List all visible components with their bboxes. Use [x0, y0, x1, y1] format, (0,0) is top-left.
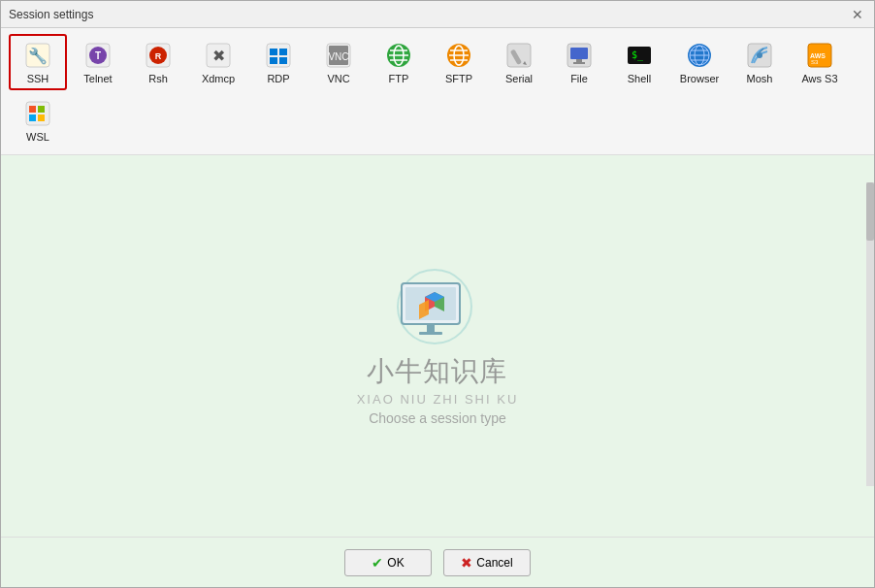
session-btn-browser[interactable]: Browser: [670, 34, 729, 90]
file-label: File: [570, 73, 588, 84]
content-area: 小牛知识库 XIAO NIU ZHI SHI KU Choose a sessi…: [1, 155, 874, 537]
serial-icon: [503, 40, 535, 71]
scrollbar-thumb[interactable]: [866, 182, 874, 241]
svg-rect-59: [419, 332, 442, 335]
sftp-label: SFTP: [445, 73, 472, 84]
svg-rect-50: [26, 102, 49, 125]
telnet-icon: T: [82, 40, 113, 71]
ok-button[interactable]: ✔ OK: [344, 549, 432, 576]
watermark-text-row: 小牛知识库: [367, 353, 507, 390]
awss3-label: Aws S3: [801, 73, 837, 84]
svg-rect-58: [427, 324, 435, 332]
watermark-main-text: 小牛知识库: [367, 353, 507, 390]
svg-rect-11: [270, 49, 277, 55]
awss3-icon: AWS S3: [804, 40, 835, 71]
svg-rect-53: [29, 114, 36, 121]
xdmcp-icon: ✖: [203, 40, 234, 71]
sftp-icon: [443, 40, 474, 71]
session-btn-ftp[interactable]: FTP: [370, 34, 428, 90]
svg-text:T: T: [95, 50, 101, 61]
rdp-icon: [263, 40, 294, 71]
svg-rect-12: [279, 49, 287, 55]
session-btn-rsh[interactable]: R Rsh: [129, 34, 187, 90]
ssh-icon: 🔧: [22, 40, 53, 71]
ssh-label: SSH: [27, 73, 49, 84]
svg-rect-51: [29, 106, 36, 113]
rsh-label: Rsh: [148, 73, 168, 84]
browser-icon: [684, 40, 715, 71]
svg-rect-14: [279, 57, 287, 64]
session-btn-rdp[interactable]: RDP: [249, 34, 308, 90]
mosh-icon: [744, 40, 775, 71]
rdp-label: RDP: [267, 73, 289, 84]
svg-point-45: [757, 52, 762, 58]
svg-text:VNC: VNC: [328, 51, 348, 62]
scrollbar[interactable]: [866, 182, 874, 486]
serial-label: Serial: [505, 73, 533, 84]
session-btn-wsl[interactable]: WSL: [9, 92, 67, 148]
xdmcp-label: Xdmcp: [202, 73, 235, 84]
cancel-label: Cancel: [476, 556, 512, 570]
file-icon: [564, 40, 595, 71]
svg-text:✖: ✖: [212, 48, 225, 64]
footer: ✔ OK ✖ Cancel: [1, 537, 874, 587]
session-btn-file[interactable]: File: [550, 34, 608, 90]
svg-rect-35: [573, 62, 585, 64]
session-btn-serial[interactable]: Serial: [490, 34, 548, 90]
browser-label: Browser: [680, 73, 719, 84]
svg-text:R: R: [155, 51, 162, 61]
svg-text:🔧: 🔧: [28, 47, 48, 65]
session-btn-telnet[interactable]: T Telnet: [69, 34, 127, 90]
watermark: 小牛知识库 XIAO NIU ZHI SHI KU Choose a sessi…: [357, 266, 519, 426]
ok-icon: ✔: [372, 555, 383, 571]
shell-icon: $_: [624, 40, 655, 71]
svg-rect-52: [38, 106, 45, 113]
wsl-icon: [22, 98, 53, 129]
svg-text:AWS: AWS: [810, 52, 826, 59]
svg-text:$_: $_: [632, 49, 644, 61]
session-toolbar: 🔧 SSH T Telnet R: [1, 28, 874, 155]
telnet-label: Telnet: [83, 73, 112, 84]
vnc-label: VNC: [327, 73, 349, 84]
close-button[interactable]: ✕: [849, 6, 866, 23]
cancel-icon: ✖: [461, 555, 472, 571]
dialog-title: Session settings: [9, 8, 93, 21]
mosh-label: Mosh: [747, 73, 773, 84]
title-bar: Session settings ✕: [1, 1, 874, 28]
svg-rect-33: [570, 48, 588, 59]
vnc-icon: VNC: [323, 40, 354, 71]
choose-session-text: Choose a session type: [369, 410, 506, 426]
session-btn-shell[interactable]: $_ Shell: [610, 34, 668, 90]
ok-label: OK: [387, 556, 404, 570]
session-btn-sftp[interactable]: SFTP: [430, 34, 488, 90]
watermark-sub-text: XIAO NIU ZHI SHI KU: [357, 392, 519, 407]
svg-rect-13: [270, 57, 277, 64]
rsh-icon: R: [143, 40, 174, 71]
svg-rect-34: [576, 59, 582, 62]
session-settings-dialog: Session settings ✕ 🔧 SSH T Te: [0, 0, 875, 588]
session-btn-xdmcp[interactable]: ✖ Xdmcp: [189, 34, 247, 90]
svg-rect-54: [38, 114, 45, 121]
session-btn-awss3[interactable]: AWS S3 Aws S3: [791, 34, 849, 90]
session-btn-ssh[interactable]: 🔧 SSH: [9, 34, 67, 90]
watermark-logo: [384, 266, 491, 353]
wsl-label: WSL: [26, 131, 49, 143]
session-btn-mosh[interactable]: Mosh: [730, 34, 789, 90]
svg-text:S3: S3: [811, 59, 819, 65]
shell-label: Shell: [628, 73, 651, 84]
session-btn-vnc[interactable]: VNC VNC: [309, 34, 368, 90]
cancel-button[interactable]: ✖ Cancel: [443, 549, 531, 576]
ftp-icon: [383, 40, 414, 71]
ftp-label: FTP: [389, 73, 409, 84]
